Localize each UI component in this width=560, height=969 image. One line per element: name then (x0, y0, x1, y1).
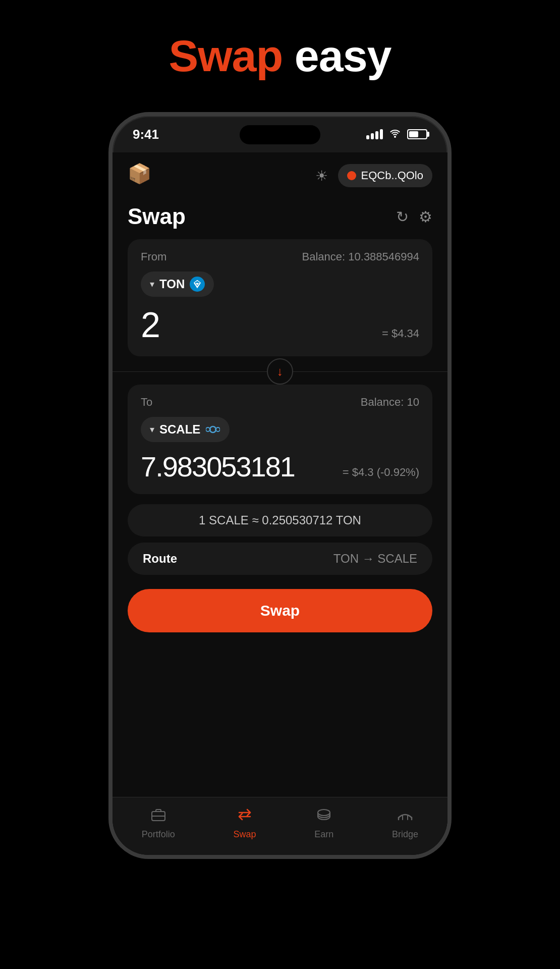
page-title-row: Swap ↻ ⚙ (113, 199, 447, 239)
portfolio-nav-label: Portfolio (142, 829, 175, 840)
route-value: TON → SCALE (333, 552, 417, 566)
from-balance: Balance: 10.388546994 (302, 250, 419, 263)
battery-fill (409, 131, 418, 137)
theme-icon[interactable]: ☀ (315, 168, 328, 184)
scale-token-icon (205, 422, 220, 437)
signal-icon (366, 129, 383, 139)
svg-point-7 (318, 810, 330, 816)
nav-item-earn[interactable]: Earn (314, 807, 333, 840)
app-logo: 📦 (128, 163, 154, 189)
portfolio-icon (151, 807, 166, 825)
status-time: 9:41 (133, 127, 159, 142)
wallet-address: EQCb..QOlo (361, 169, 423, 182)
swap-button[interactable]: Swap (128, 589, 432, 632)
settings-icon[interactable]: ⚙ (419, 208, 432, 226)
rate-info-text: 1 SCALE ≈ 0.250530712 TON (199, 513, 361, 527)
to-token-name: SCALE (159, 422, 200, 437)
side-button-power (449, 267, 452, 318)
rate-info-box: 1 SCALE ≈ 0.250530712 TON (128, 504, 432, 536)
from-label-row: From Balance: 10.388546994 (141, 250, 419, 263)
ton-token-icon (190, 277, 205, 292)
swap-nav-label: Swap (234, 829, 256, 840)
refresh-icon[interactable]: ↻ (396, 208, 409, 226)
page-header: Swap easy (169, 30, 391, 82)
to-swap-section: To Balance: 10 ▾ SCALE (113, 385, 447, 494)
bridge-icon (398, 807, 413, 825)
page-title: Swap (128, 204, 186, 229)
to-balance: Balance: 10 (361, 396, 419, 409)
header-swap: Swap (169, 31, 283, 81)
side-button-volume-down (108, 288, 111, 318)
bottom-nav: Portfolio Swap (113, 797, 447, 855)
wifi-icon (389, 128, 401, 141)
wallet-status-dot (347, 171, 356, 180)
battery-icon (407, 129, 427, 139)
side-button-volume-up (108, 247, 111, 278)
earn-icon (316, 807, 331, 825)
swap-direction-button[interactable]: ↓ (267, 358, 293, 385)
to-label-row: To Balance: 10 (141, 396, 419, 409)
to-amount-row: 7.983053181 = $4.3 (-0.92%) (141, 450, 419, 483)
app-content: 📦 ☀ EQCb..QOlo Swap ↻ ⚙ (113, 152, 447, 855)
from-token-selector[interactable]: ▾ TON (141, 272, 214, 297)
wallet-button[interactable]: EQCb..QOlo (338, 164, 432, 187)
swap-arrow-container: ↓ (113, 358, 447, 385)
to-panel: To Balance: 10 ▾ SCALE (128, 385, 432, 494)
from-amount-usd: = $4.34 (382, 327, 419, 345)
title-icons: ↻ ⚙ (396, 208, 432, 226)
nav-item-portfolio[interactable]: Portfolio (142, 807, 175, 840)
bridge-nav-label: Bridge (392, 829, 418, 840)
nav-item-bridge[interactable]: Bridge (392, 807, 418, 840)
page-wrapper: Swap easy 9:41 (0, 0, 560, 969)
from-amount-value[interactable]: 2 (141, 305, 159, 345)
top-bar: 📦 ☀ EQCb..QOlo (113, 152, 447, 199)
from-panel: From Balance: 10.388546994 ▾ TON (128, 239, 432, 356)
top-bar-right: ☀ EQCb..QOlo (315, 164, 432, 187)
arrow-down-icon: ↓ (277, 364, 283, 379)
swap-section: From Balance: 10.388546994 ▾ TON (113, 239, 447, 356)
dynamic-island (240, 125, 320, 144)
to-amount-value: 7.983053181 (141, 450, 295, 483)
chevron-down-icon: ▾ (150, 279, 154, 290)
nav-item-swap[interactable]: Swap (234, 807, 256, 840)
to-label: To (141, 396, 152, 409)
chevron-down-icon-to: ▾ (150, 424, 154, 435)
swap-nav-icon (237, 807, 252, 825)
route-box: Route TON → SCALE (128, 543, 432, 575)
from-label: From (141, 250, 166, 263)
swap-button-label: Swap (260, 602, 300, 619)
to-amount-usd: = $4.3 (-0.92%) (343, 466, 419, 483)
header-easy: easy (295, 31, 391, 81)
status-icons (366, 128, 427, 141)
from-token-name: TON (159, 277, 185, 291)
route-label: Route (143, 552, 177, 566)
to-token-selector[interactable]: ▾ SCALE (141, 417, 230, 442)
from-amount-row: 2 = $4.34 (141, 305, 419, 345)
earn-nav-label: Earn (314, 829, 333, 840)
phone-shell: 9:41 (108, 112, 452, 859)
